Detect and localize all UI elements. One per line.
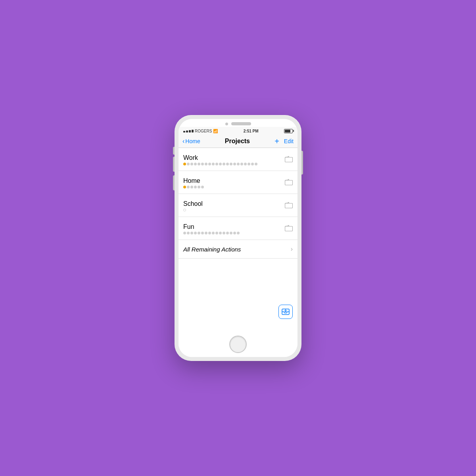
volume-down-button[interactable] bbox=[173, 175, 175, 190]
dot-empty bbox=[255, 163, 257, 165]
folder-icon bbox=[285, 202, 293, 210]
dot-empty bbox=[198, 232, 200, 234]
edit-button[interactable]: Edit bbox=[284, 138, 294, 144]
dot-empty bbox=[230, 232, 232, 234]
back-chevron-icon: ‹ bbox=[182, 138, 184, 144]
all-remaining-actions-item[interactable]: All Remaining Actions › bbox=[178, 240, 298, 259]
dot-filled bbox=[183, 186, 186, 188]
list-item[interactable]: Work bbox=[178, 148, 298, 171]
volume-up-button[interactable] bbox=[173, 157, 175, 172]
dot-empty bbox=[187, 232, 190, 234]
status-left: ROGERS 📶 bbox=[183, 129, 218, 133]
nav-title: Projects bbox=[225, 138, 250, 145]
dot-empty bbox=[237, 163, 240, 165]
dot-empty bbox=[226, 163, 229, 165]
wifi-icon: 📶 bbox=[213, 129, 218, 133]
navigation-bar: ‹ Home Projects + Edit bbox=[178, 135, 298, 148]
dot-empty bbox=[190, 232, 193, 234]
dot-empty bbox=[219, 232, 222, 234]
list-item[interactable]: Fun bbox=[178, 217, 298, 240]
dot-empty bbox=[233, 232, 236, 234]
chevron-right-icon: › bbox=[291, 246, 293, 253]
progress-dots bbox=[183, 186, 282, 188]
dot-empty bbox=[187, 163, 190, 165]
folder-icon bbox=[285, 225, 293, 233]
dot-empty bbox=[201, 163, 204, 165]
inbox-button[interactable] bbox=[278, 305, 293, 319]
back-button[interactable]: ‹ Home bbox=[182, 138, 200, 144]
project-fun: Fun bbox=[183, 223, 282, 234]
dot-empty bbox=[223, 163, 225, 165]
svg-rect-2 bbox=[285, 203, 293, 208]
dot-empty bbox=[233, 163, 236, 165]
dot-empty bbox=[208, 163, 211, 165]
dot-empty bbox=[198, 186, 200, 188]
project-name: School bbox=[183, 200, 282, 207]
dot-empty bbox=[201, 232, 204, 234]
add-button[interactable]: + bbox=[274, 137, 279, 145]
project-name: Home bbox=[183, 177, 282, 184]
dot-empty bbox=[205, 163, 207, 165]
dot-empty bbox=[194, 186, 197, 188]
dot-empty bbox=[215, 232, 218, 234]
dot-empty bbox=[248, 163, 250, 165]
project-home: Home bbox=[183, 177, 282, 188]
svg-rect-3 bbox=[285, 226, 293, 231]
status-bar: ROGERS 📶 2:51 PM bbox=[178, 127, 298, 135]
phone-frame: ROGERS 📶 2:51 PM ‹ Home Projects + Edit bbox=[175, 115, 301, 361]
status-right bbox=[284, 129, 293, 133]
project-name: Fun bbox=[183, 223, 282, 230]
dot-empty bbox=[205, 232, 207, 234]
battery-fill bbox=[285, 130, 290, 132]
dot-empty bbox=[223, 232, 225, 234]
progress-dots bbox=[183, 209, 282, 211]
dot-empty bbox=[226, 232, 229, 234]
dot-empty bbox=[244, 163, 247, 165]
folder-icon bbox=[285, 179, 293, 187]
projects-list: Work bbox=[178, 148, 298, 301]
dot-empty bbox=[194, 232, 197, 234]
dot-empty bbox=[190, 163, 193, 165]
project-name: Work bbox=[183, 154, 282, 161]
signal-icon bbox=[183, 130, 194, 132]
dot-empty bbox=[212, 232, 215, 234]
dot-outline bbox=[183, 209, 186, 211]
dot-empty bbox=[240, 163, 243, 165]
dot-empty bbox=[190, 186, 193, 188]
dot-empty bbox=[237, 232, 240, 234]
progress-dots bbox=[183, 232, 282, 234]
dot-empty bbox=[183, 232, 186, 234]
svg-rect-0 bbox=[285, 157, 293, 162]
phone-screen: ROGERS 📶 2:51 PM ‹ Home Projects + Edit bbox=[178, 119, 298, 357]
battery-icon bbox=[284, 129, 293, 133]
all-remaining-label: All Remaining Actions bbox=[183, 246, 291, 253]
carrier-label: ROGERS bbox=[195, 129, 212, 133]
dot-empty bbox=[251, 163, 254, 165]
project-school: School bbox=[183, 200, 282, 211]
dot-empty bbox=[194, 163, 197, 165]
bottom-toolbar bbox=[178, 301, 298, 333]
dot-empty bbox=[208, 232, 211, 234]
dot-empty bbox=[212, 163, 215, 165]
dot-empty bbox=[219, 163, 222, 165]
list-item[interactable]: School bbox=[178, 194, 298, 217]
front-camera bbox=[225, 123, 228, 125]
home-button-area bbox=[178, 333, 298, 357]
mute-button[interactable] bbox=[173, 147, 175, 155]
phone-top-bar bbox=[178, 119, 298, 127]
back-label: Home bbox=[185, 138, 200, 144]
list-item[interactable]: Home bbox=[178, 171, 298, 194]
dot-empty bbox=[215, 163, 218, 165]
power-button[interactable] bbox=[301, 151, 303, 175]
dot-filled bbox=[183, 163, 186, 165]
speaker bbox=[231, 122, 251, 125]
status-time: 2:51 PM bbox=[244, 129, 259, 133]
dot-empty bbox=[198, 163, 200, 165]
svg-rect-1 bbox=[285, 180, 293, 185]
home-button[interactable] bbox=[229, 336, 247, 353]
folder-icon bbox=[285, 156, 293, 164]
nav-actions: + Edit bbox=[274, 137, 294, 145]
progress-dots bbox=[183, 163, 282, 165]
dot-empty bbox=[230, 163, 232, 165]
dot-empty bbox=[201, 186, 204, 188]
